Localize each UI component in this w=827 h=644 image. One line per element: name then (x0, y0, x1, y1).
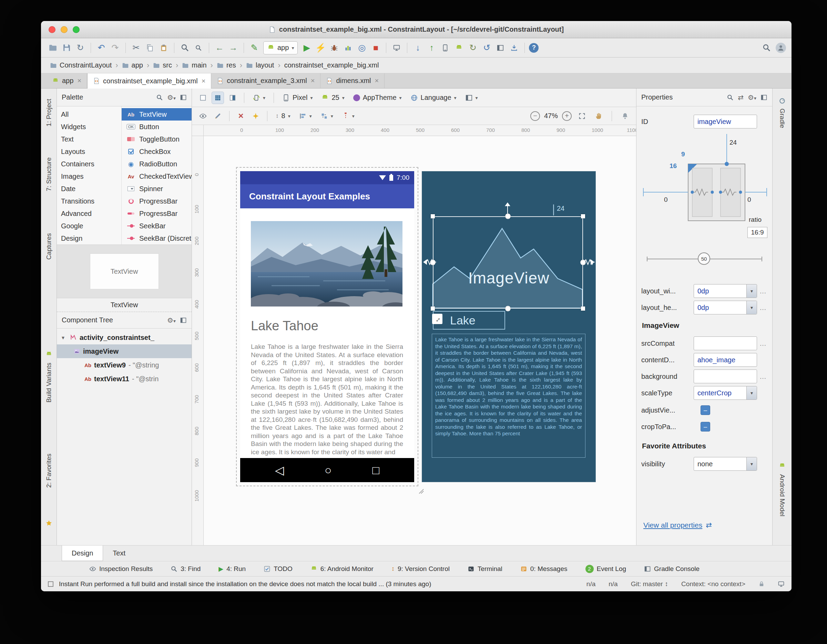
toolwindow-find[interactable]: 3: Find (170, 565, 201, 573)
debug-button[interactable] (328, 42, 340, 54)
toolwindow-gradle[interactable]: Gradle (779, 109, 786, 128)
toolwindow-version-control[interactable]: ↕9: Version Control (392, 565, 450, 573)
tab-constraintset-example-big[interactable]: constraintset_example_big.xml × (87, 73, 211, 89)
breadcrumb-src[interactable]: src (151, 61, 173, 69)
screen-capture-button[interactable] (390, 42, 403, 54)
toolwindow-messages[interactable]: 0: Messages (520, 565, 568, 573)
croptopadding-toggle[interactable]: – (701, 422, 710, 431)
palette-category-layouts[interactable]: Layouts (57, 145, 121, 158)
help-icon[interactable]: ? (529, 43, 538, 53)
show-constraints-button[interactable] (197, 110, 209, 122)
avatar[interactable] (776, 43, 786, 53)
palette-category-widgets[interactable]: Widgets (57, 121, 121, 133)
run-configuration-selector[interactable]: app ▾ (263, 41, 298, 54)
save-button[interactable] (60, 42, 73, 54)
srccompat-field[interactable] (694, 336, 757, 350)
infer-constraints-button[interactable] (250, 110, 262, 122)
chevron-down-icon[interactable]: ▾ (746, 301, 757, 314)
tab-design[interactable]: Design (62, 546, 103, 561)
component-preview[interactable]: TextView (90, 254, 159, 289)
constraint-inspector[interactable]: 24 9 16 0 0 ratio 16:9 (640, 131, 769, 247)
breadcrumb-res[interactable]: res (215, 61, 237, 69)
palette-item-seekbar-discrete[interactable]: SeekBar (Discrete) (122, 232, 192, 244)
install-button[interactable] (508, 42, 520, 54)
close-window-button[interactable] (48, 26, 56, 33)
palette-category-design[interactable]: Design (57, 232, 121, 244)
slider-knob[interactable]: 50 (698, 252, 710, 265)
orientation-selector[interactable]: ▾ (250, 92, 268, 104)
palette-item-checkbox[interactable]: CheckBox (122, 145, 192, 158)
visibility-select[interactable]: none▾ (694, 457, 757, 471)
align-selector[interactable]: ▾ (296, 110, 315, 122)
toolwindow-android-monitor[interactable]: 6: Android Monitor (311, 565, 373, 573)
palette-category-advanced[interactable]: Advanced (57, 207, 121, 220)
close-icon[interactable]: × (311, 77, 315, 85)
scaletype-select[interactable]: centerCrop▾ (694, 386, 757, 400)
chevron-down-icon[interactable]: ▾ (746, 285, 757, 297)
chevron-down-icon[interactable]: ▾ (746, 457, 757, 470)
palette-category-containers[interactable]: Containers (57, 158, 121, 170)
toolwindow-build-variants[interactable]: Build Variants (45, 362, 53, 403)
undo-icon[interactable]: ↶ (95, 42, 108, 54)
toolwindow-todo[interactable]: TODO (264, 565, 293, 573)
screen-icon[interactable] (778, 581, 785, 588)
star-icon[interactable] (45, 520, 52, 527)
layout-inspector-button[interactable] (494, 42, 507, 54)
palette-item-seekbar[interactable]: SeekBar (122, 220, 192, 232)
notifications-button[interactable] (619, 110, 631, 122)
palette-item-radiobutton[interactable]: ◉RadioButton (122, 158, 192, 170)
toggle-margins-icon[interactable] (48, 581, 53, 587)
breadcrumb-project[interactable]: ConstraintLayout (48, 61, 113, 69)
tab-dimens[interactable]: dimens.xml × (320, 73, 385, 88)
theme-selector[interactable]: AppTheme▾ (350, 92, 405, 104)
tab-text[interactable]: Text (103, 546, 135, 561)
pack-selector[interactable]: ▾ (317, 110, 336, 122)
zoom-in-button[interactable]: + (562, 111, 572, 121)
canvas-resize-handle-icon[interactable] (417, 487, 424, 494)
palette-item-togglebutton[interactable]: ToggleButton (122, 133, 192, 145)
palette-category-all[interactable]: All (57, 108, 121, 121)
palette-item-progressbar-horizontal[interactable]: ProgressBar (122, 207, 192, 220)
resize-handle[interactable] (431, 214, 435, 218)
clear-constraints-icon[interactable]: × (235, 110, 247, 122)
panels-icon[interactable] (760, 94, 768, 101)
minimize-window-button[interactable] (61, 26, 67, 33)
palette-item-textview[interactable]: AbTextView (122, 108, 192, 121)
palette-category-date[interactable]: Date (57, 182, 121, 195)
palette-category-google[interactable]: Google (57, 220, 121, 232)
design-preview-phone[interactable]: 7:00 Constraint Layout Examples (240, 171, 414, 482)
contentdescription-field[interactable]: ahoe_image (694, 353, 757, 367)
browse-button[interactable]: … (758, 339, 768, 347)
git-branch-widget[interactable]: Git: master↕ (631, 580, 668, 588)
layout-variant-selector[interactable]: ▾ (462, 92, 481, 104)
toolwindow-terminal[interactable]: Terminal (468, 565, 502, 573)
edit-run-config-icon[interactable]: ✎ (248, 42, 261, 54)
close-icon[interactable]: × (77, 77, 81, 85)
gear-icon[interactable]: ⚙▾ (748, 93, 756, 101)
autoconnect-button[interactable] (212, 110, 224, 122)
toolwindow-event-log[interactable]: 2Event Log (585, 565, 626, 573)
lake-tahoe-photo[interactable] (251, 221, 403, 306)
adjustviewbounds-toggle[interactable]: – (701, 405, 710, 415)
background-field[interactable] (694, 370, 757, 383)
more-button[interactable]: … (758, 304, 768, 312)
resize-handle[interactable] (581, 306, 585, 311)
redo-icon[interactable]: ↷ (109, 42, 121, 54)
open-button[interactable] (47, 42, 59, 54)
gear-icon[interactable]: ⚙▾ (167, 316, 176, 324)
blueprint-mode-icon[interactable] (212, 92, 224, 104)
panels-icon[interactable] (180, 317, 187, 324)
pan-button[interactable] (592, 110, 605, 122)
close-icon[interactable]: × (201, 77, 206, 85)
palette-category-transitions[interactable]: Transitions (57, 195, 121, 207)
browse-button[interactable]: … (758, 373, 768, 381)
expander-icon[interactable]: ▾ (62, 334, 67, 341)
resize-handle[interactable] (431, 306, 435, 311)
margin-left-value[interactable]: 16 (669, 162, 677, 170)
breadcrumb-layout[interactable]: layout (245, 61, 275, 69)
locale-selector[interactable]: Language▾ (407, 92, 460, 104)
split-mode-icon[interactable] (226, 92, 239, 104)
toolwindow-captures[interactable]: Captures (45, 233, 53, 260)
toolwindow-project[interactable]: 1: Project (45, 99, 53, 126)
cut-icon[interactable]: ✂ (130, 42, 142, 54)
